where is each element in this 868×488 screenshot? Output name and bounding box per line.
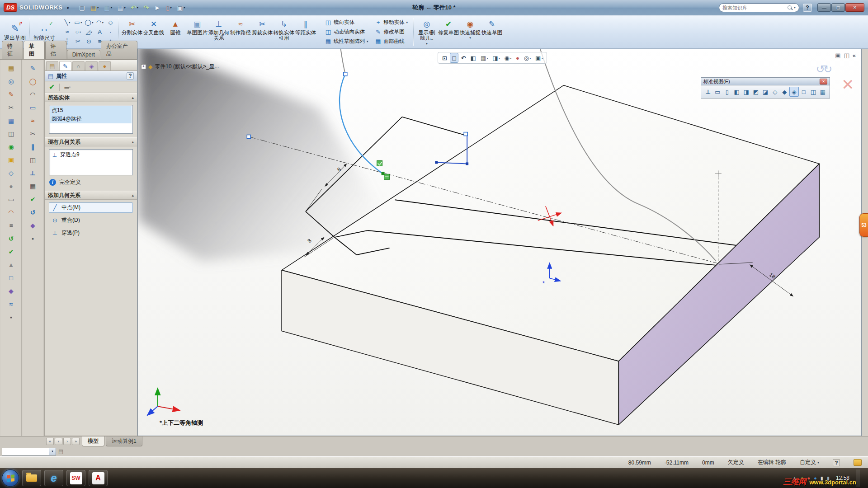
view-orientation-icon[interactable]: ▦ ▾ [479, 53, 490, 63]
left-view-icon[interactable]: ◧ [732, 87, 741, 97]
tab-evaluate[interactable]: 评估 [45, 41, 66, 59]
side-toolbar-icon[interactable]: ⊥ [27, 168, 39, 178]
rapid-sketch-button[interactable]: ✎ 快速草图 [481, 18, 502, 47]
modify-sketch-button[interactable]: ✎ 修改草图 [372, 28, 411, 36]
side-toolbar-icon[interactable]: ◉ [5, 142, 17, 152]
repair-sketch-button[interactable]: ✔ 修复草图 [438, 18, 459, 47]
conic-button[interactable]: ▲ 圆锥 [165, 18, 186, 47]
side-toolbar-icon[interactable]: ● [5, 181, 17, 191]
explorer-taskbar-button[interactable] [22, 470, 41, 486]
adobe-taskbar-button[interactable]: A [89, 470, 108, 486]
feature-tree-root[interactable]: + ◆ 零件10 (默认<<默认>_显... [141, 63, 219, 70]
relation-midpoint-button[interactable]: ╱ 中点(M) [49, 202, 133, 213]
linear-sketch-pattern-button[interactable]: ▦ 线性草图阵列 ▾ [322, 37, 371, 46]
side-toolbar-icon[interactable]: ≈ [27, 116, 39, 126]
tab-model[interactable]: 模型 [82, 436, 104, 446]
side-toolbar-icon[interactable]: ▦ [5, 116, 17, 126]
circle-tool-icon[interactable]: ◯ ▾ [84, 18, 94, 27]
menu-expand-icon[interactable]: ▸ [67, 5, 70, 10]
tree-root-label[interactable]: 零件10 (默认<<默认>_显... [155, 63, 219, 70]
start-button[interactable] [2, 469, 19, 487]
bottom-combo-box[interactable]: ▾ [2, 448, 56, 455]
side-overlay-tab[interactable]: 53 [859, 213, 868, 237]
hide-show-items-icon[interactable]: ◉ ▾ [503, 53, 513, 63]
status-help-button[interactable]: ? [833, 459, 840, 466]
side-toolbar-icon[interactable]: ▦ [27, 181, 39, 191]
side-toolbar-icon[interactable]: ✔ [27, 194, 39, 204]
zoom-to-area-icon[interactable]: ◻ [450, 53, 458, 63]
selected-entity-item[interactable]: 点15 [50, 106, 132, 115]
side-toolbar-icon[interactable]: ▭ [27, 103, 39, 113]
tab-dimxpert[interactable]: DimXpert [67, 50, 100, 59]
options-icon[interactable]: ▣ ▾ [175, 2, 187, 13]
construction-geometry-icon[interactable]: ⊙ [84, 37, 94, 46]
quick-snaps-button[interactable]: ◉ 快速捕捉 ▾ [460, 18, 481, 47]
tab-office-products[interactable]: 办公室产品 [101, 41, 137, 59]
select-icon[interactable]: ► [152, 2, 163, 13]
side-toolbar-icon[interactable]: ↺ [5, 234, 17, 244]
isometric-view-icon[interactable]: ◇ [770, 87, 779, 97]
save-icon[interactable]: ▥ ▾ [102, 2, 114, 13]
ok-button[interactable]: ✔ [49, 83, 55, 91]
side-toolbar-icon[interactable]: ◯ [27, 76, 39, 86]
task-pane-icon[interactable]: ▣ [835, 52, 840, 59]
display-delete-relations-button[interactable]: ◎ 显示/删除几.. ▾ [416, 18, 437, 47]
side-toolbar-icon[interactable]: ◆ [5, 286, 17, 296]
relation-coincident-button[interactable]: ⊙ 重合(D) [49, 215, 133, 225]
task-pane-split-icon[interactable]: ◫ [844, 52, 849, 59]
spline-handle[interactable] [344, 72, 347, 76]
right-view-icon[interactable]: ◨ [742, 87, 751, 97]
move-entities-button[interactable]: + 移动实体 ▾ [372, 18, 411, 27]
tree-expand-icon[interactable]: + [141, 64, 146, 69]
add-relation-button[interactable]: ⊥ 添加几何关系 [208, 18, 229, 47]
view-settings-icon[interactable]: ▣ ▾ [533, 53, 544, 63]
last-tab-button[interactable]: » [72, 438, 80, 445]
previous-view-icon[interactable]: ↶ [459, 53, 468, 63]
side-toolbar-icon[interactable]: ✂ [5, 103, 17, 113]
panel-help-button[interactable]: ? [127, 72, 134, 80]
side-toolbar-icon[interactable]: ◫ [5, 129, 17, 139]
next-tab-button[interactable]: › [63, 438, 71, 445]
side-toolbar-icon[interactable]: ▭ [5, 194, 17, 204]
search-caret-icon[interactable]: ▾ [794, 5, 796, 9]
trimetric-view-icon[interactable]: ◆ [780, 87, 789, 97]
new-document-icon[interactable]: ▢ [77, 2, 87, 13]
standard-views-titlebar[interactable]: 标准视图(E) ✕ [701, 77, 830, 85]
side-toolbar-icon[interactable]: ▤ [5, 63, 17, 73]
trim-entities-icon[interactable]: ✂ [73, 37, 83, 46]
text-tool-icon[interactable]: A [94, 28, 105, 37]
side-toolbar-icon[interactable]: ▲ [5, 260, 17, 270]
search-icon[interactable] [788, 5, 792, 9]
side-toolbar-icon[interactable]: ∥ [27, 142, 39, 152]
open-document-icon[interactable]: ▤ ▾ [88, 2, 101, 13]
search-input[interactable] [722, 5, 785, 10]
appearances-tab[interactable]: ● [99, 61, 111, 70]
selected-entities-header[interactable]: 所选实体 ▴ [45, 93, 137, 102]
display-style-icon[interactable]: ◨ ▾ [491, 53, 501, 63]
side-toolbar-icon[interactable]: □ [5, 273, 17, 283]
spline-tool-icon[interactable]: ≈ [62, 28, 72, 37]
edit-appearance-icon[interactable]: ● [514, 53, 521, 63]
side-toolbar-icon[interactable]: ≈ [5, 299, 17, 309]
collapse-pane-icon[interactable]: « [853, 52, 856, 59]
add-relations-header[interactable]: 添加几何关系 ▴ [45, 191, 137, 200]
side-toolbar-icon[interactable]: ◇ [5, 168, 17, 178]
zoom-to-fit-icon[interactable]: ⊡ [440, 53, 449, 63]
graphics-viewport[interactable]: 8 8 18 * [137, 49, 862, 436]
fillet-tool-icon[interactable]: ◿ ▾ [84, 28, 94, 37]
ellipse-tool-icon[interactable]: ○ ▾ [73, 28, 83, 37]
help-button[interactable]: ? [803, 4, 812, 12]
side-toolbar-icon[interactable]: ◠ [27, 89, 39, 99]
normal-to-view-icon[interactable]: ⊥ [703, 87, 712, 97]
apply-scene-icon[interactable]: ◎ ▾ [522, 53, 533, 63]
rectangle-tool-icon[interactable]: ▭ ▾ [73, 18, 83, 27]
selected-entity-item[interactable]: 圆弧4@路径 [50, 115, 132, 123]
maximize-button[interactable]: ◻ [831, 3, 845, 12]
tab-sketch[interactable]: 草图 [24, 41, 45, 59]
face-curves-button[interactable]: ▦ 面部曲线 [372, 37, 411, 46]
close-button[interactable]: ✕ [845, 3, 864, 12]
keep-visible-pin-icon[interactable]: ▬▫ [64, 84, 71, 89]
rebuild-icon[interactable]: ▯ ▾ [164, 2, 174, 13]
side-toolbar-icon[interactable]: ◫ [27, 155, 39, 165]
section-view-icon[interactable]: ◧ [469, 53, 478, 63]
